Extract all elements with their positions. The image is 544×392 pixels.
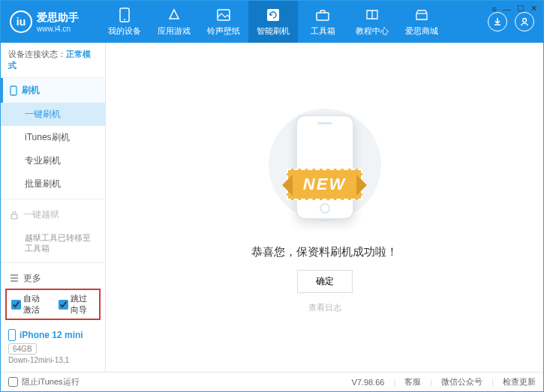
device-detail: Down-12mini-13,1 xyxy=(8,356,98,364)
new-ribbon: NEW xyxy=(287,169,362,200)
sidebar-item-pro[interactable]: 专业刷机 xyxy=(1,149,105,172)
nav-toolbox[interactable]: 工具箱 xyxy=(298,1,347,43)
connection-status: 设备连接状态：正常模式 xyxy=(1,43,105,78)
nav-my-device[interactable]: 我的设备 xyxy=(100,1,149,43)
download-button[interactable] xyxy=(488,12,507,31)
checkbox-input[interactable] xyxy=(59,300,68,310)
block-itunes-label: 阻止iTunes运行 xyxy=(22,376,80,388)
logo: iu 爱思助手 www.i4.cn xyxy=(10,10,100,33)
nav-label: 智能刷机 xyxy=(257,25,290,37)
app-title: 爱思助手 xyxy=(37,11,79,25)
service-link[interactable]: 客服 xyxy=(404,376,421,388)
svg-rect-4 xyxy=(317,13,329,20)
success-message: 恭喜您，保资料刷机成功啦！ xyxy=(251,245,398,259)
svg-rect-7 xyxy=(11,214,17,219)
sidebar-item-itunes[interactable]: iTunes刷机 xyxy=(1,126,105,149)
device-info[interactable]: iPhone 12 mini 64GB Down-12mini-13,1 xyxy=(1,325,105,372)
nav-tutorials[interactable]: 教程中心 xyxy=(347,1,397,43)
nav-label: 爱思商城 xyxy=(405,25,438,37)
divider xyxy=(1,199,105,199)
phone-illustration-icon xyxy=(296,115,354,220)
wechat-link[interactable]: 微信公众号 xyxy=(441,376,482,388)
ok-button[interactable]: 确定 xyxy=(297,270,353,293)
nav-label: 应用游戏 xyxy=(158,25,191,37)
maximize-icon[interactable]: ☐ xyxy=(517,4,524,13)
device-name: iPhone 12 mini xyxy=(8,329,98,341)
wallpaper-icon xyxy=(216,7,231,22)
sidebar-item-oneclick[interactable]: 一键刷机 xyxy=(1,103,105,126)
nav-apps[interactable]: 应用游戏 xyxy=(149,1,199,43)
svg-rect-6 xyxy=(11,86,17,95)
sidebar-label: 刷机 xyxy=(22,84,40,97)
sidebar-label: 一键越狱 xyxy=(23,208,59,221)
store-icon xyxy=(414,7,429,22)
sidebar-section-flash[interactable]: 刷机 xyxy=(1,78,105,103)
nav-store[interactable]: 爱思商城 xyxy=(397,1,446,43)
window-controls: ≡ — ☐ ✕ xyxy=(492,4,537,13)
nav-tabs: 我的设备 应用游戏 铃声壁纸 智能刷机 工具箱 教程中心 xyxy=(100,1,446,43)
titlebar: iu 爱思助手 www.i4.cn 我的设备 应用游戏 铃声壁纸 智能刷机 xyxy=(1,1,543,43)
app-url: www.i4.cn xyxy=(37,25,79,33)
view-log-link[interactable]: 查看日志 xyxy=(308,302,341,313)
sidebar: 设备连接状态：正常模式 刷机 一键刷机 iTunes刷机 专业刷机 批量刷机 一… xyxy=(1,43,106,372)
sidebar-label: 更多 xyxy=(23,272,41,284)
statusbar: 阻止iTunes运行 V7.98.66 | 客服 | 微信公众号 | 检查更新 xyxy=(1,372,543,391)
storage-badge: 64GB xyxy=(8,343,37,355)
checkbox-label: 跳过向导 xyxy=(71,293,95,316)
nav-ringtones[interactable]: 铃声壁纸 xyxy=(199,1,248,43)
block-itunes-checkbox[interactable] xyxy=(8,377,18,387)
nav-label: 铃声壁纸 xyxy=(207,25,240,37)
app-window: ≡ — ☐ ✕ iu 爱思助手 www.i4.cn 我的设备 应用游戏 铃声壁纸 xyxy=(0,0,544,392)
refresh-icon xyxy=(266,7,281,22)
update-link[interactable]: 检查更新 xyxy=(503,376,536,388)
book-icon xyxy=(365,7,380,22)
user-button[interactable] xyxy=(515,12,534,31)
checkbox-label: 自动激活 xyxy=(23,293,48,316)
menu-icon[interactable]: ≡ xyxy=(492,4,497,13)
phone-icon xyxy=(117,7,132,22)
nav-flash[interactable]: 智能刷机 xyxy=(248,1,298,43)
nav-label: 我的设备 xyxy=(108,25,141,37)
success-illustration: NEW xyxy=(250,101,400,229)
logo-icon: iu xyxy=(10,10,32,33)
minimize-icon[interactable]: — xyxy=(503,4,511,13)
sidebar-section-more[interactable]: 更多 xyxy=(1,266,105,284)
options-box: 自动激活 跳过向导 xyxy=(5,289,101,320)
svg-point-5 xyxy=(523,19,527,22)
connection-label: 设备连接状态： xyxy=(8,49,66,58)
phone-small-icon xyxy=(10,85,17,96)
hamburger-icon xyxy=(10,274,19,282)
apps-icon xyxy=(167,7,182,22)
checkbox-auto-activate[interactable]: 自动激活 xyxy=(11,293,48,316)
side-list: 刷机 一键刷机 iTunes刷机 专业刷机 批量刷机 一键越狱 越狱工具已转移至… xyxy=(1,78,105,284)
checkbox-skip-guide[interactable]: 跳过向导 xyxy=(59,293,95,316)
checkbox-input[interactable] xyxy=(11,300,21,310)
nav-label: 工具箱 xyxy=(311,25,335,37)
titlebar-right xyxy=(488,12,534,31)
close-icon[interactable]: ✕ xyxy=(530,4,537,13)
svg-point-1 xyxy=(124,19,125,20)
svg-rect-3 xyxy=(267,9,279,21)
body: 设备连接状态：正常模式 刷机 一键刷机 iTunes刷机 专业刷机 批量刷机 一… xyxy=(1,43,543,372)
sidebar-jailbreak-note: 越狱工具已转移至 工具箱 xyxy=(1,227,105,259)
version-label: V7.98.66 xyxy=(351,378,384,387)
sidebar-item-batch[interactable]: 批量刷机 xyxy=(1,172,105,196)
nav-label: 教程中心 xyxy=(356,25,389,37)
main-content: NEW 恭喜您，保资料刷机成功啦！ 确定 查看日志 xyxy=(106,43,543,372)
divider xyxy=(1,262,105,263)
toolbox-icon xyxy=(315,7,330,22)
lock-icon xyxy=(10,211,19,220)
sidebar-section-jailbreak[interactable]: 一键越狱 xyxy=(1,202,105,227)
